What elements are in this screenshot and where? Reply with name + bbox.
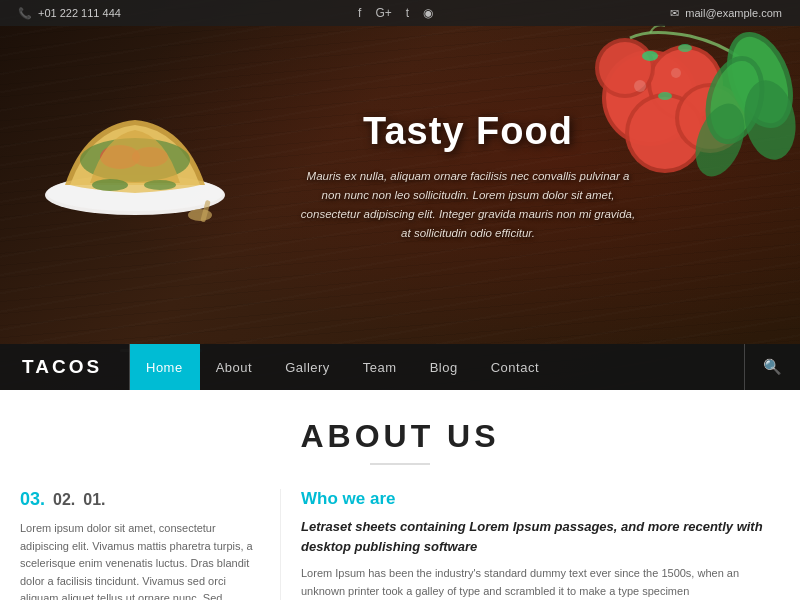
step-1: 01. [83, 491, 105, 509]
svg-point-27 [144, 180, 176, 190]
svg-point-26 [92, 179, 128, 191]
google-plus-icon[interactable]: G+ [375, 6, 391, 20]
phone-icon: 📞 [18, 7, 32, 20]
email-icon: ✉ [670, 7, 679, 20]
email-info: ✉ mail@example.com [670, 7, 782, 20]
about-right-col: Who we are Letraset sheets containing Lo… [280, 489, 780, 600]
search-icon: 🔍 [763, 358, 782, 376]
top-bar: 📞 +01 222 111 444 f G+ t ◉ ✉ mail@exampl… [0, 0, 800, 26]
hero-title: Tasty Food [298, 110, 638, 153]
nav-links: Home About Gallery Team Blog Contact [130, 344, 744, 390]
phone-number: +01 222 111 444 [38, 7, 121, 19]
about-left-text: Lorem ipsum dolor sit amet, consectetur … [20, 520, 260, 600]
about-section: ABOUT US 03. 02. 01. Lorem ipsum dolor s… [0, 390, 800, 600]
contact-info: 📞 +01 222 111 444 [18, 7, 121, 20]
facebook-icon[interactable]: f [358, 6, 361, 20]
email-address: mail@example.com [685, 7, 782, 19]
nav-link-home[interactable]: Home [130, 344, 200, 390]
hero-content: Tasty Food Mauris ex nulla, aliquam orna… [298, 110, 638, 243]
about-who-label: Who we are [301, 489, 780, 509]
about-grid: 03. 02. 01. Lorem ipsum dolor sit amet, … [0, 489, 800, 600]
about-right-bold: Letraset sheets containing Lorem Ipsum p… [301, 517, 780, 556]
hero-section: Tasty Food Mauris ex nulla, aliquam orna… [0, 0, 800, 390]
taco-plate [35, 85, 235, 225]
instagram-icon[interactable]: ◉ [423, 6, 433, 20]
nav-link-about[interactable]: About [200, 344, 269, 390]
navbar: TACOS Home About Gallery Team Blog Conta… [0, 344, 800, 390]
about-right-text: Lorem Ipsum has been the industry's stan… [301, 564, 780, 600]
hero-subtitle: Mauris ex nulla, aliquam ornare facilisi… [298, 167, 638, 243]
twitter-icon[interactable]: t [406, 6, 409, 20]
step-3: 03. [20, 489, 45, 510]
about-title: ABOUT US [0, 418, 800, 465]
svg-point-12 [658, 92, 672, 100]
nav-link-gallery[interactable]: Gallery [269, 344, 347, 390]
nav-search-button[interactable]: 🔍 [744, 344, 800, 390]
svg-point-10 [642, 51, 658, 61]
step-2: 02. [53, 491, 75, 509]
about-steps: 03. 02. 01. [20, 489, 260, 510]
about-left-col: 03. 02. 01. Lorem ipsum dolor sit amet, … [20, 489, 280, 600]
basil-decoration [680, 20, 800, 200]
nav-logo: TACOS [0, 344, 130, 390]
social-links[interactable]: f G+ t ◉ [358, 6, 433, 20]
nav-link-contact[interactable]: Contact [475, 344, 556, 390]
svg-point-13 [634, 80, 646, 92]
nav-link-blog[interactable]: Blog [414, 344, 475, 390]
nav-link-team[interactable]: Team [347, 344, 414, 390]
svg-point-28 [188, 209, 212, 221]
